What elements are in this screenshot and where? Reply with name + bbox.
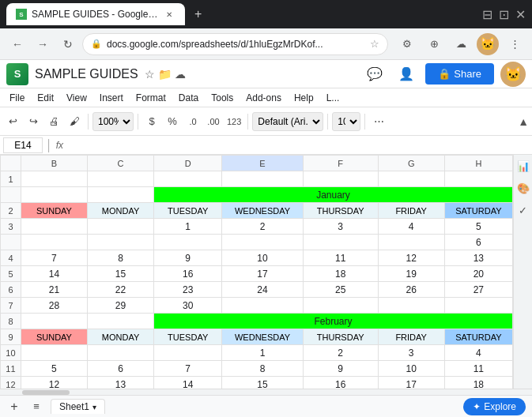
- cell-G10[interactable]: 3: [378, 345, 444, 361]
- font-size-select[interactable]: 10 8 12 14: [332, 112, 360, 131]
- sheet-list-button[interactable]: ≡: [28, 399, 44, 415]
- cell-B5[interactable]: 14: [21, 266, 87, 282]
- col-header-E[interactable]: E: [222, 156, 303, 171]
- forward-button[interactable]: →: [32, 33, 54, 55]
- menubar-item-insert[interactable]: Insert: [93, 91, 130, 105]
- cell-C5[interactable]: 15: [87, 266, 153, 282]
- currency-button[interactable]: $: [142, 112, 161, 131]
- cell-D3[interactable]: 1: [154, 219, 222, 235]
- horizontal-scrollbar[interactable]: [0, 389, 532, 395]
- row-header-3[interactable]: 3: [1, 219, 21, 235]
- cell-G2[interactable]: FRIDAY: [378, 203, 444, 219]
- row-header-4[interactable]: 4: [1, 250, 21, 266]
- cell-D12[interactable]: 14: [154, 377, 222, 389]
- cell-G3b[interactable]: [378, 235, 444, 250]
- cell-C2[interactable]: MONDAY: [87, 203, 153, 219]
- comment-icon[interactable]: 💬: [362, 62, 387, 87]
- share-button[interactable]: 🔒 Share: [425, 63, 494, 85]
- col-header-F[interactable]: F: [303, 156, 378, 171]
- cell-H1[interactable]: [444, 171, 512, 187]
- formula-input[interactable]: [66, 137, 529, 153]
- cell-C12[interactable]: 13: [87, 377, 153, 389]
- cell-H3b[interactable]: 6: [444, 235, 512, 250]
- col-header-G[interactable]: G: [378, 156, 444, 171]
- folder-icon[interactable]: 📁: [158, 68, 172, 81]
- row-header-7[interactable]: 7: [1, 298, 21, 314]
- row-header-11[interactable]: 11: [1, 361, 21, 377]
- cell-H10[interactable]: 4: [444, 345, 512, 361]
- cell-H7[interactable]: [444, 298, 512, 314]
- cell-F7[interactable]: [303, 298, 378, 314]
- cell-H4[interactable]: 13: [444, 250, 512, 266]
- menubar-item-edit[interactable]: Edit: [31, 91, 60, 105]
- explore-button[interactable]: ✦ Explore: [463, 398, 526, 415]
- cell-B12[interactable]: 12: [21, 377, 87, 389]
- menubar-item-file[interactable]: File: [3, 91, 31, 105]
- cell-F6[interactable]: 25: [303, 282, 378, 298]
- cell-D7[interactable]: 30: [154, 298, 222, 314]
- cell-D9[interactable]: TUESDAY: [154, 329, 222, 345]
- col-header-B[interactable]: B: [21, 156, 87, 171]
- sheet-tab[interactable]: Sheet1 ▾: [51, 399, 105, 414]
- cell-H9[interactable]: SATURDAY: [444, 329, 512, 345]
- cell-G1[interactable]: [378, 171, 444, 187]
- row-header-10[interactable]: 10: [1, 345, 21, 361]
- add-sheet-button[interactable]: +: [6, 399, 22, 415]
- cell-B3b[interactable]: [21, 235, 87, 250]
- sync-icon[interactable]: ☁: [450, 33, 472, 55]
- cell-C4[interactable]: 8: [87, 250, 153, 266]
- user-add-icon[interactable]: 👤: [394, 62, 419, 87]
- cell-H5[interactable]: 20: [444, 266, 512, 282]
- profile-icon[interactable]: ⊕: [423, 33, 445, 55]
- cell-C10[interactable]: [87, 345, 153, 361]
- cell-F9[interactable]: THURSDAY: [303, 329, 378, 345]
- menubar-item-addons[interactable]: Add-ons: [240, 91, 288, 105]
- cell-F2[interactable]: THURSDAY: [303, 203, 378, 219]
- cell-E12[interactable]: 15: [222, 377, 303, 389]
- row-header-1[interactable]: 1: [1, 171, 21, 187]
- cell-G12[interactable]: 17: [378, 377, 444, 389]
- cell-G5[interactable]: 19: [378, 266, 444, 282]
- cell-G6[interactable]: 26: [378, 282, 444, 298]
- right-panel-icon-0[interactable]: 📊: [515, 158, 531, 174]
- tab[interactable]: S SAMPLE GUIDES - Google Sheets ✕: [6, 3, 185, 25]
- menubar-item-data[interactable]: Data: [172, 91, 205, 105]
- cell-F10[interactable]: 2: [303, 345, 378, 361]
- cell-C11[interactable]: 6: [87, 361, 153, 377]
- cell-C7[interactable]: 29: [87, 298, 153, 314]
- user-avatar[interactable]: 🐱: [477, 33, 499, 55]
- cell-E3[interactable]: 2: [222, 219, 303, 235]
- cell-E6[interactable]: 24: [222, 282, 303, 298]
- cell-C-jan[interactable]: [87, 187, 153, 203]
- user-profile-avatar[interactable]: 🐱: [500, 62, 526, 87]
- cell-B3[interactable]: [21, 219, 87, 235]
- cell-B11[interactable]: 5: [21, 361, 87, 377]
- cell-G7[interactable]: [378, 298, 444, 314]
- cloud-icon[interactable]: ☁: [175, 68, 186, 81]
- format-paint-button[interactable]: 🖌: [65, 112, 84, 131]
- cell-G4[interactable]: 12: [378, 250, 444, 266]
- menu-icon[interactable]: ⋮: [504, 33, 526, 55]
- row-header-2[interactable]: 2: [1, 203, 21, 219]
- cell-F3b[interactable]: [303, 235, 378, 250]
- cell-D5[interactable]: 16: [154, 266, 222, 282]
- print-button[interactable]: 🖨: [44, 112, 63, 131]
- right-panel-icon-2[interactable]: ✓: [515, 202, 531, 218]
- cell-E3b[interactable]: [222, 235, 303, 250]
- cell-E2[interactable]: WEDNESDAY: [222, 203, 303, 219]
- col-header-H[interactable]: H: [444, 156, 512, 171]
- star-icon[interactable]: ☆: [370, 38, 379, 50]
- cell-C1[interactable]: [87, 171, 153, 187]
- cell-D10[interactable]: [154, 345, 222, 361]
- extension-icon[interactable]: ⚙: [396, 33, 418, 55]
- decimal2-button[interactable]: .00: [204, 112, 223, 131]
- cell-C8[interactable]: [87, 314, 153, 329]
- cell-D6[interactable]: 23: [154, 282, 222, 298]
- row-header-9[interactable]: 9: [1, 329, 21, 345]
- cell-H3[interactable]: 5: [444, 219, 512, 235]
- cell-D1[interactable]: [154, 171, 222, 187]
- cell-C3b[interactable]: [87, 235, 153, 250]
- cell-C3[interactable]: [87, 219, 153, 235]
- cell-H2[interactable]: SATURDAY: [444, 203, 512, 219]
- decimal1-button[interactable]: .0: [183, 112, 202, 131]
